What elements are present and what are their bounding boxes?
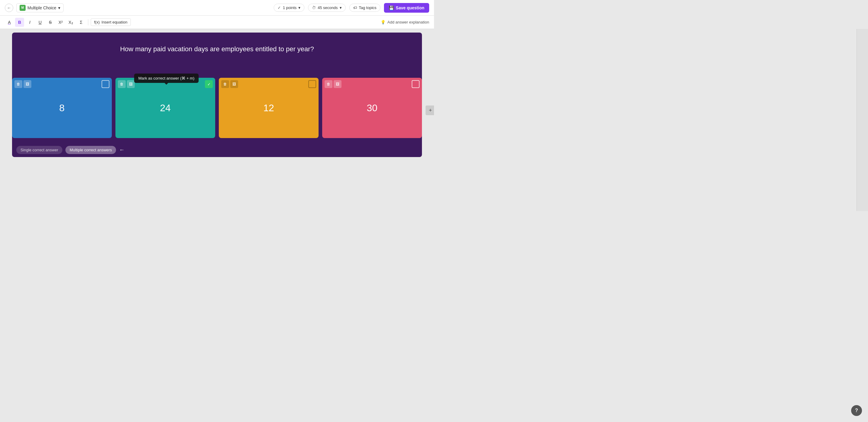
tag-label: Tag topics (359, 5, 377, 10)
answer-card-4[interactable]: 🗑 🖼 30 (322, 78, 422, 138)
card-4-image-button[interactable]: 🖼 (334, 80, 341, 88)
card-4-controls: 🗑 🖼 (324, 80, 420, 88)
card-2-delete-button[interactable]: 🗑 (118, 80, 126, 88)
italic-button[interactable]: I (25, 18, 34, 27)
sigma-button[interactable]: Σ (76, 18, 86, 27)
card-2-controls: 🗑 🖼 ✓ (118, 80, 213, 88)
add-answer-explanation-button[interactable]: 💡 Add answer explanation (381, 20, 429, 24)
card-4-delete-button[interactable]: 🗑 (324, 80, 333, 88)
points-label: 1 points (283, 5, 297, 10)
question-type-selector[interactable]: M Multiple Choice ▾ (16, 3, 64, 12)
question-text: How many paid vacation days are employee… (120, 44, 314, 54)
time-label: 45 seconds (318, 5, 338, 10)
time-button[interactable]: ⏱ 45 seconds ▾ (308, 4, 346, 12)
save-label: Save question (396, 5, 424, 10)
answer-card-3[interactable]: 🗑 🖼 12 (219, 78, 318, 138)
card-3-image-button[interactable]: 🖼 (230, 80, 238, 88)
answer-card-1-value: 8 (59, 102, 65, 114)
answer-card-1[interactable]: 🗑 🖼 8 (12, 78, 112, 138)
question-type-label: Multiple Choice (27, 5, 56, 10)
underline-button[interactable]: U (36, 18, 44, 27)
answer-card-2-value: 24 (160, 102, 171, 114)
format-toolbar: A B I U S X² X₂ Σ f(x) Insert equation 💡… (0, 16, 434, 29)
tag-icon: 🏷 (353, 5, 357, 10)
answers-area: Mark as correct answer (⌘ + m) 🗑 🖼 8 🗑 🖼… (12, 78, 422, 143)
card-4-icon-group: 🗑 🖼 (324, 80, 341, 88)
insert-eq-label: Insert equation (101, 20, 127, 24)
chevron-down-icon: ▾ (58, 5, 60, 10)
save-icon: 💾 (389, 5, 394, 10)
card-3-icon-group: 🗑 🖼 (221, 80, 238, 88)
save-question-button[interactable]: 💾 Save question (384, 3, 429, 13)
card-2-check-button[interactable]: ✓ (205, 80, 213, 88)
points-chevron-icon: ▾ (299, 5, 301, 10)
single-correct-answer-button[interactable]: Single correct answer (16, 146, 62, 154)
arrow-indicator: ← (119, 147, 124, 153)
text-color-button[interactable]: A (5, 18, 14, 27)
add-card-button[interactable]: + (426, 106, 434, 115)
points-button[interactable]: 1 points ▾ (274, 4, 304, 12)
add-explanation-label: Add answer explanation (387, 20, 429, 24)
insert-equation-button[interactable]: f(x) Insert equation (91, 19, 131, 26)
answer-card-3-value: 12 (264, 102, 274, 114)
card-3-check-button[interactable] (308, 80, 316, 88)
card-1-check-button[interactable] (101, 80, 110, 88)
card-3-delete-button[interactable]: 🗑 (221, 80, 229, 88)
back-button[interactable]: ← (5, 4, 13, 12)
top-bar-right: 1 points ▾ ⏱ 45 seconds ▾ 🏷 Tag topics 💾… (274, 3, 429, 13)
bottom-bar: Single correct answer Multiple correct a… (12, 143, 422, 157)
lightbulb-icon: 💡 (381, 20, 385, 24)
clock-icon: ⏱ (312, 5, 316, 10)
superscript-button[interactable]: X² (56, 18, 65, 27)
card-2-icon-group: 🗑 🖼 (118, 80, 135, 88)
card-1-delete-button[interactable]: 🗑 (14, 80, 22, 88)
strikethrough-button[interactable]: S (46, 18, 55, 27)
top-toolbar: ← M Multiple Choice ▾ 1 points ▾ ⏱ 45 se… (0, 0, 434, 16)
top-bar-left: ← M Multiple Choice ▾ (5, 3, 64, 12)
card-4-check-button[interactable] (412, 80, 420, 88)
tag-topics-button[interactable]: 🏷 Tag topics (349, 4, 381, 12)
multiple-correct-answers-button[interactable]: Multiple correct answers (65, 146, 116, 154)
question-type-icon: M (20, 5, 26, 11)
time-chevron-icon: ▾ (340, 5, 342, 10)
answer-card-2[interactable]: 🗑 🖼 ✓ 24 (116, 78, 215, 138)
answer-card-4-value: 30 (367, 102, 378, 114)
format-divider (88, 19, 88, 25)
subscript-button[interactable]: X₂ (66, 18, 75, 27)
bold-button[interactable]: B (15, 18, 24, 27)
card-3-controls: 🗑 🖼 (221, 80, 316, 88)
card-1-icon-group: 🗑 🖼 (14, 80, 31, 88)
card-1-controls: 🗑 🖼 (14, 80, 110, 88)
question-area[interactable]: How many paid vacation days are employee… (12, 33, 422, 78)
main-content: How many paid vacation days are employee… (0, 29, 434, 211)
insert-eq-icon: f(x) (94, 20, 100, 24)
card-2-image-button[interactable]: 🖼 (127, 80, 135, 88)
card-1-image-button[interactable]: 🖼 (24, 80, 31, 88)
